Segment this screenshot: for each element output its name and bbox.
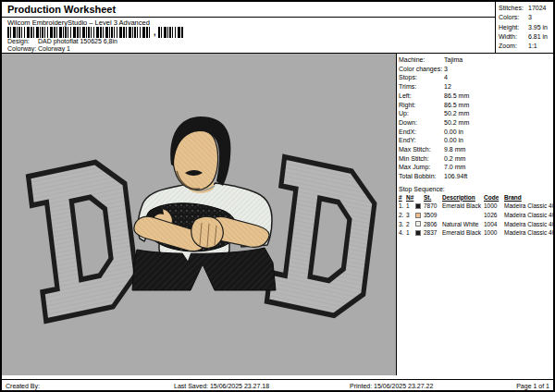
design-row: Design: DAD photoflat 150625 6,8in <box>7 38 117 44</box>
design-stats-box: Stitches:17024 Colors:3 Height:3.95 in W… <box>495 2 553 54</box>
machine-row: EndY:0.00 in <box>399 136 553 145</box>
body: Machine:Tajima Color changes:3 Stops:4 T… <box>2 54 553 375</box>
machine-row: Max Jump:7.0 mm <box>399 163 553 172</box>
machine-row: Total Bobbin:106.94ft <box>399 172 553 181</box>
thread-color-swatch <box>415 203 421 209</box>
barcode-main <box>7 27 152 38</box>
stat-width: Width:6.81 in <box>499 32 553 42</box>
machine-row: Down:50.2 mm <box>399 118 553 128</box>
stat-stitches: Stitches:17024 <box>499 4 553 13</box>
header: Production Worksheet Wilcom EmbroiderySt… <box>2 2 553 54</box>
created-by: Created By: <box>6 383 174 389</box>
page-number: Page 1 of 1 <box>516 383 549 389</box>
app-subtitle: Wilcom EmbroideryStudio – Level 3 Advanc… <box>7 18 150 27</box>
machine-row: EndX:0.00 in <box>399 128 553 137</box>
colorway-value: Colorway 1 <box>38 45 70 52</box>
page-title: Production Worksheet <box>7 4 116 15</box>
design-label: Design: <box>7 38 36 44</box>
design-preview-area <box>2 54 396 375</box>
thread-color-swatch <box>415 221 421 227</box>
stop-sequence-table: # N# St. Description Code Brand 1. 1 787… <box>399 193 553 238</box>
thread-color-swatch <box>415 213 421 218</box>
machine-row: Min Stitch:0.2 mm <box>399 154 553 164</box>
machine-info-panel: Machine:Tajima Color changes:3 Stops:4 T… <box>396 54 553 375</box>
barcode-separator: , <box>154 27 156 38</box>
stat-height: Height:3.95 in <box>499 23 553 32</box>
machine-row: Trims:12 <box>399 82 553 92</box>
dad-embroidery-canvas <box>2 54 396 375</box>
machine-row: Left:86.5 mm <box>399 92 553 101</box>
last-saved: Last Saved: 15/06/2025 23.27.18 <box>174 383 350 389</box>
colorway-row: Colorway: Colorway 1 <box>7 45 70 52</box>
stop-sequence-title: Stop Sequence: <box>399 185 553 193</box>
stop-sequence-row: 1. 1 7870 Emerald Black 1000 Madeira Cla… <box>399 202 553 211</box>
barcode-tail <box>158 27 184 38</box>
footer: Created By: Last Saved: 15/06/2025 23.27… <box>2 379 553 392</box>
barcode: , <box>7 27 184 38</box>
machine-row: Stops:4 <box>399 73 553 82</box>
machine-row: Machine:Tajima <box>399 55 553 65</box>
production-worksheet-page: Production Worksheet Wilcom EmbroiderySt… <box>0 0 555 392</box>
printed: Printed: 15/06/2025 23.27.22 <box>350 383 516 389</box>
thread-color-swatch <box>415 230 421 236</box>
colorway-label: Colorway: <box>7 45 36 52</box>
title-divider <box>2 17 496 18</box>
stat-colors: Colors:3 <box>499 13 553 22</box>
design-value: DAD photoflat 150625 6,8in <box>38 38 117 44</box>
stop-sequence-row: 3. 2 2806 Natural White 1004 Madeira Cla… <box>399 220 553 229</box>
stop-sequence-header: # N# St. Description Code Brand <box>399 193 553 202</box>
machine-row: Color changes:3 <box>399 65 553 74</box>
stop-sequence-row: 4. 1 2837 Emerald Black 1000 Madeira Cla… <box>399 228 553 238</box>
machine-row: Right:86.5 mm <box>399 101 553 110</box>
stop-sequence-row: 2. 3 3509 1026 Madeira Classic 40 <box>399 211 553 220</box>
machine-row: Up:50.2 mm <box>399 109 553 118</box>
stat-zoom: Zoom:1:1 <box>499 42 553 51</box>
machine-row: Max Stitch:9.8 mm <box>399 145 553 154</box>
